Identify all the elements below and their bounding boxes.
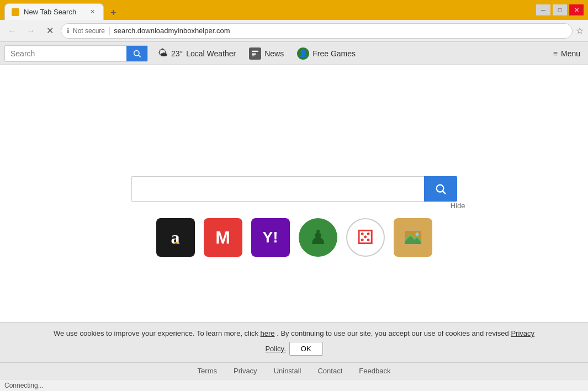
svg-line-7 [443,191,446,194]
cookie-text-before: We use cookies to improve your experienc… [54,329,258,337]
menu-icon: ≡ [553,49,558,58]
games-item[interactable]: 👤 Free Games [294,45,359,62]
main-content: Hide a M Y! ♟ [0,65,588,379]
menu-button[interactable]: ≡ Menu [550,47,584,60]
address-bar: ← → ✕ ℹ Not secure | search.downloadmyin… [0,20,588,42]
yahoo-icon-symbol: Y! [263,229,278,246]
url-text: search.downloadmyinboxhelper.com [114,27,566,35]
svg-line-1 [139,55,141,57]
yahoo-shortcut[interactable]: Y! [251,218,290,257]
browser-frame: New Tab Search ✕ + ─ □ ✕ ← → ✕ ℹ Not sec… [0,0,588,391]
games-icon: 👤 [297,47,309,60]
footer-links: TermsPrivacyUninstallContactFeedback [0,362,588,379]
close-button[interactable]: ✕ [569,4,584,15]
new-tab-button[interactable]: + [106,6,121,20]
not-secure-label: Not secure [73,27,105,35]
svg-point-6 [436,185,443,192]
info-icon: ℹ [67,27,70,35]
weather-icon: 🌤 [158,47,168,59]
forward-button[interactable]: → [23,23,39,39]
svg-rect-3 [252,52,256,53]
chess-icon-symbol: ♟ [309,226,327,249]
active-tab[interactable]: New Tab Search ✕ [4,3,104,20]
title-bar: New Tab Search ✕ + ─ □ ✕ [0,0,588,20]
dice-icon-symbol: ⚄ [357,226,374,249]
cookie-here-link[interactable]: here [261,329,275,337]
news-svg [251,50,259,57]
news-item[interactable]: News [246,45,287,62]
weather-item[interactable]: 🌤 23° Local Weather [155,45,239,61]
svg-rect-5 [252,55,255,56]
maximize-button[interactable]: □ [553,4,567,15]
cookie-privacy-link[interactable]: Privacy [511,329,534,337]
shortcuts-row: a M Y! ♟ ⚄ [156,218,432,257]
cookie-banner: We use cookies to improve your experienc… [0,322,588,362]
toolbar-search-input[interactable] [5,46,126,61]
chess-shortcut[interactable]: ♟ [299,218,337,257]
news-label: News [264,49,284,58]
games-label: Free Games [312,49,356,58]
svg-rect-4 [252,54,256,55]
shortcuts-container: Hide a M Y! ♟ [156,218,432,257]
bookmark-button[interactable]: ☆ [576,25,584,36]
tab-close-button[interactable]: ✕ [88,8,97,17]
stop-button[interactable]: ✕ [42,23,57,39]
url-divider: | [108,26,110,36]
gmail-icon-symbol: M [215,228,230,248]
tab-bar: New Tab Search ✕ + [4,0,534,20]
center-search-icon [435,183,447,195]
photo-icon-symbol [403,228,423,247]
cookie-text-middle: . By continuing to use our site, you acc… [277,329,509,337]
status-bar: Connecting... [0,379,588,391]
tab-favicon [12,8,19,16]
svg-rect-2 [252,50,258,51]
amazon-icon-symbol: a [171,228,180,248]
tab-title: New Tab Search [24,8,76,16]
toolbar: 🌤 23° Local Weather News 👤 Free Games [0,42,588,65]
address-input-wrap[interactable]: ℹ Not secure | search.downloadmyinboxhel… [61,23,573,39]
weather-label: Local Weather [186,49,236,58]
toolbar-search-icon [133,49,141,58]
footer-link-feedback[interactable]: Feedback [359,367,390,375]
svg-point-10 [415,233,419,236]
back-button[interactable]: ← [4,23,20,39]
center-search-button[interactable] [424,176,457,202]
photo-shortcut[interactable] [394,218,432,257]
minimize-button[interactable]: ─ [536,4,550,15]
footer-link-contact[interactable]: Contact [317,367,342,375]
footer-link-uninstall[interactable]: Uninstall [274,367,301,375]
cookie-text: We use cookies to improve your experienc… [54,329,534,337]
toolbar-search-box[interactable] [4,45,148,62]
menu-label: Menu [561,49,580,58]
toolbar-search-button[interactable] [126,45,147,62]
cookie-policy-link[interactable]: Policy. [265,345,285,353]
window-controls: ─ □ ✕ [536,4,584,15]
cookie-row2: Policy. OK [265,342,322,356]
gmail-shortcut[interactable]: M [204,218,242,257]
center-search-box [131,176,457,202]
amazon-shortcut[interactable]: a [156,218,195,257]
center-search-input[interactable] [131,176,424,202]
hide-link[interactable]: Hide [451,202,465,210]
svg-point-0 [134,50,139,55]
footer-link-terms[interactable]: Terms [198,367,217,375]
status-text: Connecting... [4,382,44,389]
weather-temp: 23° [171,49,183,58]
footer-link-privacy[interactable]: Privacy [234,367,257,375]
ok-button[interactable]: OK [289,342,323,356]
dice-shortcut[interactable]: ⚄ [346,218,385,257]
news-icon [249,47,261,60]
